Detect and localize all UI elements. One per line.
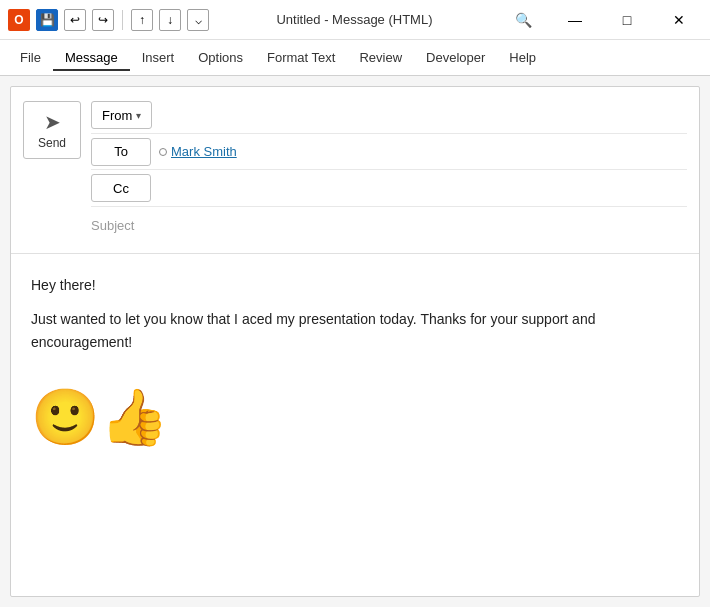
undo-icon: ↩ [70,13,80,27]
app-icon: O [8,9,30,31]
search-button[interactable]: 🔍 [500,0,546,40]
greeting: Hey there! [31,274,679,296]
subject-input[interactable] [142,211,687,239]
minimize-icon: — [568,12,582,28]
to-input-area[interactable]: Mark Smith [159,140,687,163]
send-icon: ➤ [44,110,61,134]
down-arrow-icon: ↓ [167,13,173,27]
body-paragraph: Just wanted to let you know that I aced … [31,308,679,353]
redo-icon: ↪ [98,13,108,27]
down-arrow-button[interactable]: ↓ [159,9,181,31]
save-button[interactable]: 💾 [36,9,58,31]
from-input[interactable] [160,101,687,129]
cc-input-area [159,170,687,206]
redo-button[interactable]: ↪ [92,9,114,31]
menu-item-review[interactable]: Review [347,44,414,71]
from-dropdown-icon: ▾ [136,110,141,121]
menu-item-options[interactable]: Options [186,44,255,71]
to-label: To [114,144,128,159]
divider [122,10,123,30]
dropdown-arrow-button[interactable]: ⌵ [187,9,209,31]
contact-badge: Mark Smith [159,144,237,159]
close-button[interactable]: ✕ [656,0,702,40]
cc-label: Cc [113,181,129,196]
fields-area: From ▾ To Mark Smith [91,97,687,243]
send-button[interactable]: ➤ Send [23,101,81,159]
menu-item-format-text[interactable]: Format Text [255,44,347,71]
menu-bar: File Message Insert Options Format Text … [0,40,710,76]
to-recipient-name[interactable]: Mark Smith [171,144,237,159]
up-arrow-icon: ↑ [139,13,145,27]
menu-item-message[interactable]: Message [53,44,130,71]
send-label: Send [38,136,66,150]
thumbsup-emoji: 🙂👍 [31,373,169,461]
contact-dot-icon [159,148,167,156]
from-label: From [102,108,132,123]
cc-input[interactable] [159,174,687,202]
to-row: To Mark Smith [91,134,687,170]
emoji-area: 🙂👍 [31,365,679,461]
dropdown-arrow-icon: ⌵ [195,13,202,27]
compose-header: ➤ Send From ▾ To [11,87,699,254]
to-button[interactable]: To [91,138,151,166]
from-input-area [160,97,687,133]
compose-body[interactable]: Hey there! Just wanted to let you know t… [11,254,699,596]
subject-row: Subject [91,207,687,243]
cc-button[interactable]: Cc [91,174,151,202]
compose-window: ➤ Send From ▾ To [10,86,700,597]
subject-placeholder: Subject [91,214,134,237]
from-row: From ▾ [91,97,687,134]
minimize-button[interactable]: — [552,0,598,40]
save-icon: 💾 [40,13,55,27]
menu-item-developer[interactable]: Developer [414,44,497,71]
menu-item-insert[interactable]: Insert [130,44,187,71]
undo-button[interactable]: ↩ [64,9,86,31]
maximize-icon: □ [623,12,631,28]
search-icon: 🔍 [515,12,532,28]
title-bar: O 💾 ↩ ↪ ↑ ↓ ⌵ Untitled - Message (HTML) … [0,0,710,40]
maximize-button[interactable]: □ [604,0,650,40]
window-title: Untitled - Message (HTML) [215,12,494,27]
up-arrow-button[interactable]: ↑ [131,9,153,31]
from-button[interactable]: From ▾ [91,101,152,129]
close-icon: ✕ [673,12,685,28]
menu-item-help[interactable]: Help [497,44,548,71]
main-content: ➤ Send From ▾ To [0,76,710,607]
menu-item-file[interactable]: File [8,44,53,71]
email-body-text: Hey there! Just wanted to let you know t… [31,274,679,353]
cc-row: Cc [91,170,687,207]
